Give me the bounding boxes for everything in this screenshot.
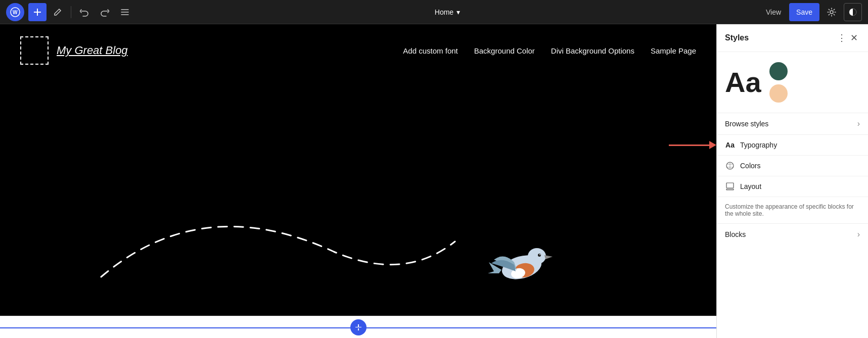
colors-item[interactable]: Colors [717, 156, 868, 176]
arrow-head-icon [709, 141, 716, 149]
site-logo-placeholder [20, 36, 49, 65]
home-label: Home [435, 8, 453, 16]
color-swatches [769, 62, 788, 103]
svg-rect-10 [726, 183, 734, 188]
nav-item-sample-page[interactable]: Sample Page [651, 46, 696, 55]
main-area: My Great Blog Add custom font Background… [0, 24, 868, 338]
bird-illustration [484, 232, 560, 293]
svg-point-2 [830, 11, 833, 14]
divider [71, 6, 71, 18]
site-navigation: Add custom font Background Color Divi Ba… [403, 46, 696, 55]
layout-item[interactable]: Layout [717, 176, 868, 197]
settings-button[interactable] [823, 3, 841, 21]
typography-icon: Aa [725, 141, 735, 149]
add-block-toolbar-button[interactable] [28, 3, 47, 21]
styles-panel: Styles ⋮ ✕ Aa Browse styles › Aa Typogr [716, 24, 868, 338]
svg-text:W: W [13, 10, 18, 15]
browse-styles-label: Browse styles [725, 120, 857, 128]
layout-label: Layout [740, 182, 860, 190]
chevron-down-icon: ▾ [456, 8, 460, 16]
blocks-label: Blocks [725, 230, 857, 238]
save-button[interactable]: Save [789, 3, 819, 21]
panel-close-button[interactable]: ✕ [848, 30, 860, 45]
layout-icon [725, 182, 735, 190]
toolbar-center: Home ▾ [136, 8, 759, 16]
colors-icon [725, 162, 735, 170]
blocks-arrow-icon: › [857, 230, 860, 239]
typography-label: Typography [740, 141, 860, 149]
dark-color-swatch[interactable] [769, 62, 788, 80]
panel-header: Styles ⋮ ✕ [717, 24, 868, 52]
style-preview: Aa [717, 52, 868, 113]
blue-divider-line [0, 327, 716, 328]
dark-mode-button[interactable] [844, 3, 862, 21]
nav-item-divi-background[interactable]: Divi Background Options [551, 46, 634, 55]
top-toolbar: W Home ▾ View Save [0, 0, 868, 24]
panel-menu-button[interactable]: ⋮ [835, 30, 848, 45]
undo-button[interactable] [75, 3, 94, 21]
svg-rect-11 [726, 189, 734, 190]
canvas-artwork [0, 65, 716, 338]
canvas: My Great Blog Add custom font Background… [0, 24, 716, 338]
wordpress-logo[interactable]: W [6, 3, 24, 21]
browse-styles-item[interactable]: Browse styles › [717, 113, 868, 135]
blocks-item[interactable]: Blocks › [717, 224, 868, 245]
panel-title: Styles [725, 33, 835, 42]
svg-point-6 [538, 254, 541, 257]
panel-description: Customize the appearance of specific blo… [717, 197, 868, 224]
list-view-button[interactable] [116, 3, 134, 21]
toolbar-right: View Save [761, 3, 862, 21]
colors-label: Colors [740, 162, 860, 170]
view-button[interactable]: View [761, 3, 786, 21]
peach-color-swatch[interactable] [769, 84, 788, 103]
typography-item[interactable]: Aa Typography [717, 135, 868, 156]
nav-item-background-color[interactable]: Background Color [474, 46, 535, 55]
nav-item-add-custom-font[interactable]: Add custom font [403, 46, 458, 55]
edit-tool-button[interactable] [49, 3, 67, 21]
typography-preview: Aa [725, 68, 761, 96]
toolbar-left: W [6, 3, 134, 21]
browse-styles-arrow-icon: › [857, 119, 860, 128]
home-page-selector[interactable]: Home ▾ [435, 8, 460, 16]
svg-point-5 [528, 248, 546, 264]
dashed-path-svg [0, 65, 716, 338]
svg-point-7 [539, 254, 540, 255]
site-title: My Great Blog [57, 44, 128, 57]
arrow-line [669, 144, 709, 146]
redo-button[interactable] [96, 3, 114, 21]
bottom-bar [0, 316, 716, 338]
